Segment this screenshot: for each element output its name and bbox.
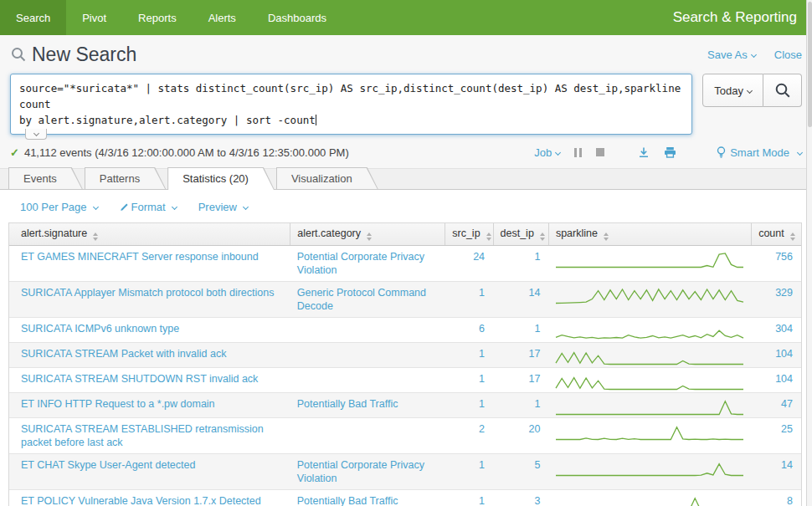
src-ip-link[interactable]: 2 [479,423,485,435]
format-menu[interactable]: Format [120,201,177,213]
nav-item-dashboards[interactable]: Dashboards [252,0,342,35]
col-header-alert-signature[interactable]: alert.signature [9,223,290,246]
signature-link[interactable]: ET INFO HTTP Request to a *.pw domain [21,398,215,410]
count-link[interactable]: 304 [775,323,793,335]
chevron-down-icon [797,149,803,155]
table-row: SURICATA ICMPv6 unknown type61304 [9,318,801,343]
sparkline-chart [555,284,744,306]
dest-ip-link[interactable]: 14 [528,287,540,299]
col-header-dest-ip[interactable]: dest_ip [493,223,548,246]
count-link[interactable]: 47 [781,398,793,410]
job-menu[interactable]: Job [534,146,560,159]
count-link[interactable]: 25 [781,423,793,435]
save-as-button[interactable]: Save As [707,49,756,61]
dest-ip-link[interactable]: 1 [534,251,540,263]
src-ip-link[interactable]: 1 [479,373,485,385]
cell-sparkline [548,282,751,318]
src-ip-link[interactable]: 1 [479,348,485,360]
lightbulb-icon [717,146,726,159]
cell-src-ip: 1 [445,454,493,490]
src-ip-link[interactable]: 1 [479,398,485,410]
src-ip-link[interactable]: 1 [479,459,485,471]
vertical-scrollbar[interactable] [806,0,812,506]
count-link[interactable]: 104 [775,373,793,385]
signature-link[interactable]: ET POLICY Vulnerable Java Version 1.7.x … [21,495,261,506]
table-header-row: alert.signature alert.category src_ip de… [9,223,801,246]
preview-toggle[interactable]: Preview [198,201,248,213]
src-ip-link[interactable]: 1 [479,287,485,299]
search-query-input[interactable]: source="*suricata*" | stats distinct_cou… [10,74,692,135]
time-range-picker[interactable]: Today [702,74,763,107]
category-link[interactable]: Potentially Bad Traffic [297,495,398,506]
src-ip-link[interactable]: 1 [479,495,485,506]
table-row: SURICATA STREAM Packet with invalid ack1… [9,343,801,368]
col-header-src-ip[interactable]: src_ip [445,223,493,246]
count-link[interactable]: 8 [787,495,793,506]
print-button[interactable] [664,146,676,158]
cell-count: 25 [752,418,801,454]
category-link[interactable]: Potential Corporate Privacy Violation [297,251,424,276]
tab-patterns[interactable]: Patterns [85,167,166,189]
search-mode-selector[interactable]: Smart Mode [717,146,802,159]
src-ip-link[interactable]: 6 [479,323,485,335]
dest-ip-link[interactable]: 1 [534,323,540,335]
per-page-selector[interactable]: 100 Per Page [20,201,98,213]
search-submit-button[interactable] [763,74,802,107]
category-link[interactable]: Potential Corporate Privacy Violation [297,459,424,484]
signature-link[interactable]: ET CHAT Skype User-Agent detected [21,459,195,471]
cell-alert-category: Potential Corporate Privacy Violation [290,246,445,282]
cell-sparkline [548,393,751,418]
stop-button[interactable] [596,148,604,156]
cell-count: 304 [752,318,801,343]
signature-link[interactable]: SURICATA STREAM ESTABLISHED retransmissi… [21,423,264,448]
tab-statistics[interactable]: Statistics (20) [167,167,275,190]
signature-link[interactable]: ET GAMES MINECRAFT Server response inbou… [21,251,259,263]
pause-button[interactable] [574,148,582,157]
cell-alert-category: Potential Corporate Privacy Violation [290,454,445,490]
nav-item-reports[interactable]: Reports [122,0,193,35]
cell-dest-ip: 20 [493,418,548,454]
col-header-sparkline[interactable]: sparkline [548,223,751,246]
table-row: SURICATA STREAM SHUTDOWN RST invalid ack… [9,368,801,393]
nav-item-pivot[interactable]: Pivot [66,0,122,35]
count-link[interactable]: 329 [775,287,793,299]
search-assistant-toggle[interactable] [25,129,47,140]
col-header-alert-category[interactable]: alert.category [290,223,445,246]
cell-src-ip: 1 [445,393,493,418]
close-button[interactable]: Close [774,49,802,61]
dest-ip-link[interactable]: 5 [534,459,540,471]
src-ip-link[interactable]: 24 [473,251,485,263]
cell-sparkline [548,490,751,506]
cell-alert-signature: SURICATA STREAM SHUTDOWN RST invalid ack [9,368,290,393]
nav-item-alerts[interactable]: Alerts [193,0,252,35]
tab-visualization[interactable]: Visualization [276,167,378,189]
cell-src-ip: 1 [445,343,493,368]
dest-ip-link[interactable]: 17 [528,373,540,385]
nav-item-search[interactable]: Search [0,0,66,35]
job-bar: ✓ 41,112 events (4/3/16 12:00:00.000 AM … [10,136,802,168]
scrollbar-thumb[interactable] [808,2,812,127]
tab-events[interactable]: Events [8,167,83,189]
export-button[interactable] [638,146,650,158]
cell-alert-category [290,418,445,454]
signature-link[interactable]: SURICATA STREAM SHUTDOWN RST invalid ack [21,373,258,385]
dest-ip-link[interactable]: 17 [528,348,540,360]
category-link[interactable]: Potentially Bad Traffic [297,398,398,410]
sparkline-chart [555,320,744,342]
dest-ip-link[interactable]: 3 [534,495,540,506]
sort-icon [540,233,545,241]
signature-link[interactable]: SURICATA ICMPv6 unknown type [21,323,179,335]
dest-ip-link[interactable]: 20 [528,423,540,435]
signature-link[interactable]: SURICATA STREAM Packet with invalid ack [21,348,226,360]
count-link[interactable]: 756 [775,251,793,263]
signature-link[interactable]: SURICATA Applayer Mismatch protocol both… [21,287,274,299]
category-link[interactable]: Generic Protocol Command Decode [297,287,426,312]
col-header-count[interactable]: count [752,223,801,246]
table-row: SURICATA Applayer Mismatch protocol both… [9,282,801,318]
sparkline-chart [555,345,744,367]
page-title: New Search [32,43,136,66]
count-link[interactable]: 104 [775,348,793,360]
dest-ip-link[interactable]: 1 [534,398,540,410]
count-link[interactable]: 14 [781,459,793,471]
chevron-down-icon [243,204,249,210]
